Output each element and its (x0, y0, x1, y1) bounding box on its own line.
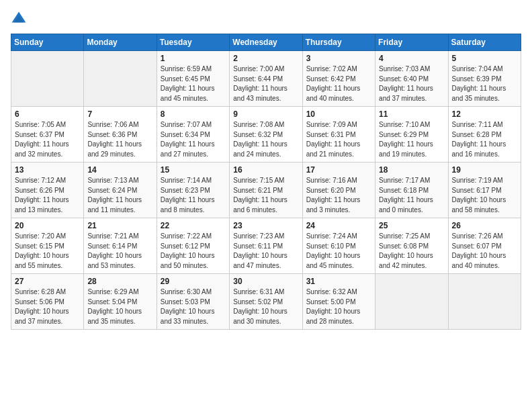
calendar-cell: 12Sunrise: 7:11 AMSunset: 6:28 PMDayligh… (448, 107, 521, 163)
weekday-header: Wednesday (230, 34, 302, 51)
sunrise-text: Sunrise: 6:29 AM (87, 288, 138, 295)
sunset-text: Sunset: 6:10 PM (306, 242, 356, 250)
day-number: 20 (15, 221, 80, 230)
sunrise-text: Sunrise: 7:21 AM (87, 232, 138, 240)
sunset-text: Sunset: 6:28 PM (452, 131, 502, 138)
day-number: 5 (452, 54, 517, 63)
daylight-text: Daylight: 11 hours and 13 minutes. (15, 196, 69, 214)
day-detail: Sunrise: 7:09 AMSunset: 6:31 PMDaylight:… (306, 120, 371, 159)
daylight-text: Daylight: 11 hours and 40 minutes. (306, 85, 361, 102)
day-detail: Sunrise: 7:06 AMSunset: 6:36 PMDaylight:… (87, 120, 152, 159)
daylight-text: Daylight: 10 hours and 53 minutes. (87, 252, 142, 269)
calendar-cell: 18Sunrise: 7:17 AMSunset: 6:18 PMDayligh… (375, 163, 448, 218)
daylight-text: Daylight: 10 hours and 37 minutes. (15, 308, 69, 325)
sunrise-text: Sunrise: 7:08 AM (233, 121, 284, 128)
calendar-cell: 21Sunrise: 7:21 AMSunset: 6:14 PMDayligh… (84, 218, 157, 274)
daylight-text: Daylight: 10 hours and 50 minutes. (161, 252, 215, 269)
calendar-cell: 16Sunrise: 7:15 AMSunset: 6:21 PMDayligh… (230, 163, 302, 218)
day-detail: Sunrise: 7:22 AMSunset: 6:12 PMDaylight:… (161, 232, 226, 271)
day-detail: Sunrise: 7:19 AMSunset: 6:17 PMDaylight:… (452, 176, 517, 215)
sunset-text: Sunset: 6:32 PM (233, 131, 283, 138)
sunset-text: Sunset: 6:15 PM (15, 242, 64, 250)
day-detail: Sunrise: 6:32 AMSunset: 5:00 PMDaylight:… (306, 287, 371, 326)
sunrise-text: Sunrise: 7:13 AM (87, 177, 138, 184)
day-detail: Sunrise: 7:13 AMSunset: 6:24 PMDaylight:… (87, 176, 152, 215)
day-number: 17 (306, 165, 371, 175)
day-detail: Sunrise: 7:02 AMSunset: 6:42 PMDaylight:… (306, 64, 371, 103)
sunset-text: Sunset: 6:44 PM (233, 75, 283, 83)
sunrise-text: Sunrise: 7:23 AM (233, 232, 284, 240)
day-number: 8 (161, 109, 226, 119)
day-detail: Sunrise: 7:05 AMSunset: 6:37 PMDaylight:… (15, 120, 80, 159)
sunrise-text: Sunrise: 7:24 AM (306, 232, 357, 240)
weekday-header: Sunday (11, 34, 84, 51)
sunset-text: Sunset: 5:02 PM (233, 298, 283, 306)
daylight-text: Daylight: 11 hours and 8 minutes. (161, 196, 215, 214)
calendar-header-row: SundayMondayTuesdayWednesdayThursdayFrid… (11, 34, 521, 51)
sunset-text: Sunset: 6:37 PM (15, 131, 64, 138)
day-detail: Sunrise: 7:11 AMSunset: 6:28 PMDaylight:… (452, 120, 517, 159)
day-detail: Sunrise: 6:29 AMSunset: 5:04 PMDaylight:… (87, 287, 152, 326)
weekday-header: Friday (375, 34, 448, 51)
daylight-text: Daylight: 11 hours and 29 minutes. (87, 140, 142, 158)
day-number: 16 (233, 165, 298, 175)
sunset-text: Sunset: 6:45 PM (161, 75, 210, 83)
daylight-text: Daylight: 10 hours and 40 minutes. (452, 252, 506, 269)
sunrise-text: Sunrise: 7:14 AM (161, 177, 212, 184)
calendar-cell: 27Sunrise: 6:28 AMSunset: 5:06 PMDayligh… (11, 274, 84, 330)
sunset-text: Sunset: 6:21 PM (233, 187, 283, 194)
calendar-cell: 14Sunrise: 7:13 AMSunset: 6:24 PMDayligh… (84, 163, 157, 218)
calendar-cell (448, 274, 521, 330)
calendar-week-row: 13Sunrise: 7:12 AMSunset: 6:26 PMDayligh… (11, 163, 521, 218)
calendar-cell: 19Sunrise: 7:19 AMSunset: 6:17 PMDayligh… (448, 163, 521, 218)
day-number: 22 (161, 221, 226, 230)
weekday-header: Thursday (302, 34, 375, 51)
header (11, 11, 521, 27)
calendar-table: SundayMondayTuesdayWednesdayThursdayFrid… (11, 34, 521, 330)
day-detail: Sunrise: 6:31 AMSunset: 5:02 PMDaylight:… (233, 287, 298, 326)
sunrise-text: Sunrise: 7:11 AM (452, 121, 503, 128)
sunrise-text: Sunrise: 6:59 AM (161, 65, 212, 73)
day-number: 13 (15, 165, 80, 175)
day-detail: Sunrise: 6:59 AMSunset: 6:45 PMDaylight:… (161, 64, 226, 103)
sunrise-text: Sunrise: 7:25 AM (379, 232, 430, 240)
calendar-week-row: 20Sunrise: 7:20 AMSunset: 6:15 PMDayligh… (11, 218, 521, 274)
daylight-text: Daylight: 11 hours and 45 minutes. (161, 85, 215, 102)
day-number: 27 (15, 277, 80, 286)
weekday-header: Monday (84, 34, 157, 51)
day-detail: Sunrise: 7:07 AMSunset: 6:34 PMDaylight:… (161, 120, 226, 159)
calendar-week-row: 1Sunrise: 6:59 AMSunset: 6:45 PMDaylight… (11, 51, 521, 107)
day-detail: Sunrise: 7:04 AMSunset: 6:39 PMDaylight:… (452, 64, 517, 103)
sunset-text: Sunset: 6:07 PM (452, 242, 502, 250)
day-detail: Sunrise: 7:03 AMSunset: 6:40 PMDaylight:… (379, 64, 444, 103)
day-detail: Sunrise: 6:28 AMSunset: 5:06 PMDaylight:… (15, 287, 80, 326)
sunrise-text: Sunrise: 7:20 AM (15, 232, 66, 240)
daylight-text: Daylight: 11 hours and 32 minutes. (15, 140, 69, 158)
sunset-text: Sunset: 6:12 PM (161, 242, 210, 250)
daylight-text: Daylight: 11 hours and 27 minutes. (161, 140, 215, 158)
day-number: 25 (379, 221, 444, 230)
sunrise-text: Sunrise: 6:30 AM (161, 288, 212, 295)
daylight-text: Daylight: 10 hours and 30 minutes. (233, 308, 287, 325)
day-detail: Sunrise: 7:12 AMSunset: 6:26 PMDaylight:… (15, 176, 80, 215)
sunset-text: Sunset: 6:29 PM (379, 131, 429, 138)
day-detail: Sunrise: 7:23 AMSunset: 6:11 PMDaylight:… (233, 232, 298, 271)
sunset-text: Sunset: 6:34 PM (161, 131, 210, 138)
sunset-text: Sunset: 5:04 PM (87, 298, 137, 306)
calendar-cell: 11Sunrise: 7:10 AMSunset: 6:29 PMDayligh… (375, 107, 448, 163)
sunset-text: Sunset: 6:20 PM (306, 187, 356, 194)
sunset-text: Sunset: 6:40 PM (379, 75, 429, 83)
daylight-text: Daylight: 11 hours and 21 minutes. (306, 140, 361, 158)
calendar-cell: 8Sunrise: 7:07 AMSunset: 6:34 PMDaylight… (157, 107, 229, 163)
day-number: 14 (87, 165, 152, 175)
day-detail: Sunrise: 7:24 AMSunset: 6:10 PMDaylight:… (306, 232, 371, 271)
logo (11, 11, 30, 27)
sunset-text: Sunset: 6:11 PM (233, 242, 283, 250)
sunset-text: Sunset: 6:24 PM (87, 187, 137, 194)
daylight-text: Daylight: 11 hours and 19 minutes. (379, 140, 433, 158)
sunset-text: Sunset: 6:36 PM (87, 131, 137, 138)
day-detail: Sunrise: 7:20 AMSunset: 6:15 PMDaylight:… (15, 232, 80, 271)
calendar-cell: 15Sunrise: 7:14 AMSunset: 6:23 PMDayligh… (157, 163, 229, 218)
calendar-cell: 1Sunrise: 6:59 AMSunset: 6:45 PMDaylight… (157, 51, 229, 107)
sunset-text: Sunset: 5:06 PM (15, 298, 64, 306)
